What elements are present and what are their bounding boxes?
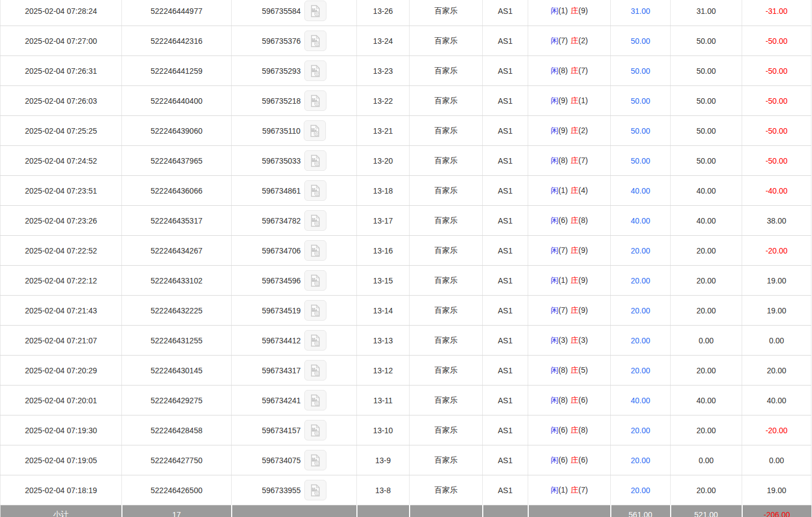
table-name-cell: AS1 [483,0,528,26]
result-cell: 闲(8)庄(7) [528,146,611,176]
player-result: 闲 [550,36,558,45]
bet-amount-cell: 50.00 [611,26,671,56]
video-replay-button[interactable] [304,120,326,141]
video-replay-button[interactable] [304,480,326,500]
game-id-cell: 596734861 [232,176,357,206]
bet-amount-link[interactable]: 20.00 [631,276,650,285]
bet-amount-link[interactable]: 50.00 [631,156,650,165]
video-replay-button[interactable] [304,150,326,171]
video-replay-icon [309,184,321,197]
video-replay-button[interactable] [304,300,326,321]
bet-amount-link[interactable]: 20.00 [631,246,650,255]
player-result: 闲 [550,216,558,225]
game-type-cell: 百家乐 [410,386,483,415]
win-loss-cell: 19.00 [742,266,811,296]
video-replay-button[interactable] [304,420,326,440]
video-replay-button[interactable] [304,390,326,410]
game-id-text: 596734519 [262,306,300,315]
table-name-cell: AS1 [483,56,528,86]
valid-amount-cell: 20.00 [671,415,742,445]
video-replay-icon [309,64,321,78]
bet-amount-link[interactable]: 50.00 [631,67,650,75]
result-cell: 闲(1)庄(9) [528,266,611,296]
video-replay-button[interactable] [304,60,326,81]
game-id-text: 596734782 [262,216,300,225]
bet-id-cell: 522246428458 [122,415,232,445]
bet-id-cell: 522246430145 [122,356,232,386]
bet-amount-cell: 20.00 [611,326,671,356]
table-name-cell: AS1 [483,146,528,176]
bet-amount-link[interactable]: 40.00 [631,396,650,405]
bet-amount-link[interactable]: 20.00 [631,336,650,345]
bet-amount-link[interactable]: 20.00 [631,486,650,495]
video-replay-button[interactable] [304,450,326,470]
round-cell: 13-18 [357,176,410,206]
video-replay-icon [309,34,321,48]
bet-amount-cell: 50.00 [611,146,671,176]
bet-amount-link[interactable]: 31.00 [631,7,650,16]
bet-amount-link[interactable]: 20.00 [631,456,650,465]
round-cell: 13-11 [357,386,410,415]
win-loss-cell: -50.00 [742,86,811,116]
bet-id-cell: 522246442316 [122,26,232,56]
bet-amount-link[interactable]: 20.00 [631,366,650,375]
bet-amount-cell: 40.00 [611,206,671,236]
bet-amount-cell: 20.00 [611,296,671,326]
video-replay-button[interactable] [304,330,326,351]
player-result: 闲 [550,246,558,255]
game-id-cell: 596734075 [232,445,357,475]
game-id-text: 596734157 [262,426,300,435]
time-cell: 2025-02-04 07:21:07 [1,326,122,356]
game-id-wrap: 596734782 [232,210,356,231]
video-replay-button[interactable] [304,210,326,231]
banker-points: (3) [579,336,588,344]
video-replay-button[interactable] [304,240,326,261]
bet-amount-link[interactable]: 20.00 [631,426,650,435]
game-id-text: 596733955 [262,486,300,495]
result-cell: 闲(1)庄(4) [528,176,611,206]
bet-id-cell: 522246436066 [122,176,232,206]
bet-amount-link[interactable]: 50.00 [631,37,650,45]
win-loss-cell: -31.00 [742,0,811,26]
banker-points: (1) [579,96,588,105]
bet-amount-link[interactable]: 50.00 [631,97,650,105]
video-replay-button[interactable] [304,270,326,291]
video-replay-button[interactable] [304,180,326,201]
video-replay-button[interactable] [304,360,326,381]
time-cell: 2025-02-04 07:20:29 [1,356,122,386]
time-cell: 2025-02-04 07:23:51 [1,176,122,206]
bet-history-viewport: 2025-02-04 07:28:24522246444977596735584… [0,0,812,517]
video-replay-button[interactable] [304,1,326,21]
player-result: 闲 [550,336,558,344]
player-points: (7) [558,246,568,255]
video-replay-button[interactable] [304,31,326,51]
video-replay-button[interactable] [304,90,326,111]
win-loss-cell: 0.00 [742,326,811,356]
round-cell: 13-17 [357,206,410,236]
result-cell: 闲(1)庄(7) [528,475,611,505]
banker-points: (6) [579,396,588,404]
game-id-cell: 596733955 [232,475,357,505]
bet-amount-link[interactable]: 50.00 [631,126,650,135]
table-name-cell: AS1 [483,26,528,56]
subtotal-empty-cell [528,505,611,517]
game-id-wrap: 596735033 [232,150,356,171]
game-id-wrap: 596735218 [232,90,356,111]
video-replay-icon [309,454,321,467]
player-points: (9) [558,126,568,135]
result-cell: 闲(1)庄(9) [528,0,611,26]
game-id-wrap: 596734317 [232,360,356,381]
banker-result: 庄 [571,6,579,15]
game-id-cell: 596734596 [232,266,357,296]
bet-id-cell: 522246439060 [122,116,232,146]
table-name-cell: AS1 [483,326,528,356]
bet-amount-link[interactable]: 20.00 [631,306,650,315]
game-id-text: 596735584 [262,7,300,16]
banker-points: (7) [579,156,588,165]
video-replay-icon [309,154,321,168]
video-replay-icon [309,124,321,138]
banker-points: (8) [579,425,588,434]
bet-amount-link[interactable]: 40.00 [631,186,650,195]
player-points: (6) [558,425,568,434]
bet-amount-link[interactable]: 40.00 [631,216,650,225]
